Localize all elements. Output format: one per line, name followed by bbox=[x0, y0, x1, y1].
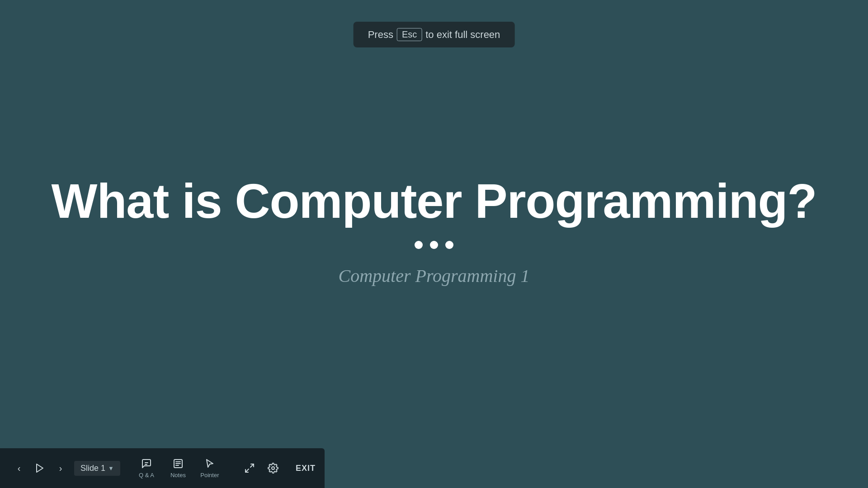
play-button[interactable] bbox=[31, 459, 49, 477]
layout-icon bbox=[244, 463, 255, 474]
pointer-label: Pointer bbox=[200, 472, 219, 478]
slide-content: What is Computer Programming? Computer P… bbox=[51, 174, 816, 286]
qa-label: Q & A bbox=[139, 472, 154, 478]
prev-slide-button[interactable]: ‹ bbox=[9, 458, 29, 478]
toolbar-actions: Q & A Notes Pointer bbox=[131, 454, 225, 483]
gear-icon bbox=[268, 463, 278, 474]
chevron-down-icon: ▼ bbox=[108, 465, 114, 472]
settings-button[interactable] bbox=[263, 458, 283, 478]
hint-prefix: Press bbox=[368, 29, 393, 41]
slide-subtitle: Computer Programming 1 bbox=[339, 265, 530, 286]
dot-2 bbox=[430, 241, 438, 249]
svg-line-7 bbox=[250, 464, 254, 467]
notes-label: Notes bbox=[170, 472, 186, 478]
dot-1 bbox=[415, 241, 423, 249]
pointer-icon bbox=[204, 458, 215, 470]
fullscreen-hint: Press Esc to exit full screen bbox=[354, 22, 515, 47]
notes-icon bbox=[173, 458, 184, 470]
next-icon: › bbox=[59, 463, 62, 474]
exit-button[interactable]: EXIT bbox=[287, 460, 325, 477]
prev-icon: ‹ bbox=[18, 463, 21, 474]
svg-marker-0 bbox=[37, 464, 43, 472]
presentation-toolbar: ‹ › Slide 1 ▼ Q & A bbox=[0, 448, 325, 488]
qa-button[interactable]: Q & A bbox=[131, 454, 162, 483]
exit-label: EXIT bbox=[296, 464, 316, 473]
notes-button[interactable]: Notes bbox=[163, 454, 193, 483]
svg-line-8 bbox=[245, 469, 249, 472]
slide-indicator-label: Slide 1 bbox=[80, 464, 105, 473]
play-icon bbox=[34, 463, 45, 474]
slide-title: What is Computer Programming? bbox=[51, 174, 816, 228]
esc-key-badge: Esc bbox=[397, 28, 422, 41]
slide-indicator[interactable]: Slide 1 ▼ bbox=[74, 461, 120, 476]
svg-point-9 bbox=[272, 467, 274, 469]
next-slide-button[interactable]: › bbox=[51, 458, 71, 478]
toolbar-right: EXIT bbox=[240, 458, 325, 478]
qa-icon bbox=[141, 458, 152, 470]
nav-controls: ‹ › bbox=[9, 458, 71, 478]
layout-button[interactable] bbox=[240, 458, 259, 478]
hint-suffix: to exit full screen bbox=[425, 29, 500, 41]
pointer-button[interactable]: Pointer bbox=[194, 454, 225, 483]
slide-dots bbox=[415, 241, 453, 249]
dot-3 bbox=[445, 241, 453, 249]
